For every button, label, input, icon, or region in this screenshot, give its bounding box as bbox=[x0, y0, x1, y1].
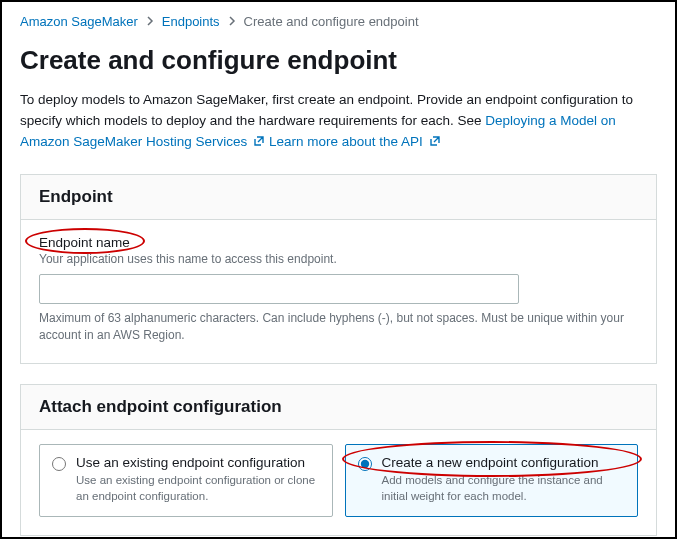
tile-sub: Use an existing endpoint configuration o… bbox=[76, 472, 320, 504]
endpoint-name-input[interactable] bbox=[39, 274, 519, 304]
endpoint-name-constraint: Maximum of 63 alphanumeric characters. C… bbox=[39, 310, 638, 345]
breadcrumb-current: Create and configure endpoint bbox=[244, 14, 419, 29]
external-link-icon bbox=[253, 133, 265, 154]
attach-config-heading: Attach endpoint configuration bbox=[21, 385, 656, 430]
endpoint-name-hint: Your application uses this name to acces… bbox=[39, 252, 638, 266]
tile-title: Create a new endpoint configuration bbox=[382, 455, 626, 470]
endpoint-name-label: Endpoint name bbox=[39, 235, 130, 250]
chevron-right-icon bbox=[228, 14, 236, 29]
tile-create-new[interactable]: Create a new endpoint configuration Add … bbox=[345, 444, 639, 517]
radio-create-new[interactable] bbox=[358, 457, 372, 471]
breadcrumb-root[interactable]: Amazon SageMaker bbox=[20, 14, 138, 29]
breadcrumb: Amazon SageMaker Endpoints Create and co… bbox=[20, 14, 657, 29]
chevron-right-icon bbox=[146, 14, 154, 29]
radio-use-existing[interactable] bbox=[52, 457, 66, 471]
page-title: Create and configure endpoint bbox=[20, 45, 657, 76]
page-description: To deploy models to Amazon SageMaker, fi… bbox=[20, 90, 657, 154]
endpoint-panel-heading: Endpoint bbox=[21, 175, 656, 220]
tile-title: Use an existing endpoint configuration bbox=[76, 455, 320, 470]
breadcrumb-endpoints[interactable]: Endpoints bbox=[162, 14, 220, 29]
learn-more-api-link[interactable]: Learn more about the API bbox=[269, 134, 441, 149]
tile-use-existing[interactable]: Use an existing endpoint configuration U… bbox=[39, 444, 333, 517]
attach-config-panel: Attach endpoint configuration Use an exi… bbox=[20, 384, 657, 536]
endpoint-panel: Endpoint Endpoint name Your application … bbox=[20, 174, 657, 364]
tile-sub: Add models and configure the instance an… bbox=[382, 472, 626, 504]
config-option-tiles: Use an existing endpoint configuration U… bbox=[39, 444, 638, 517]
external-link-icon bbox=[429, 133, 441, 154]
